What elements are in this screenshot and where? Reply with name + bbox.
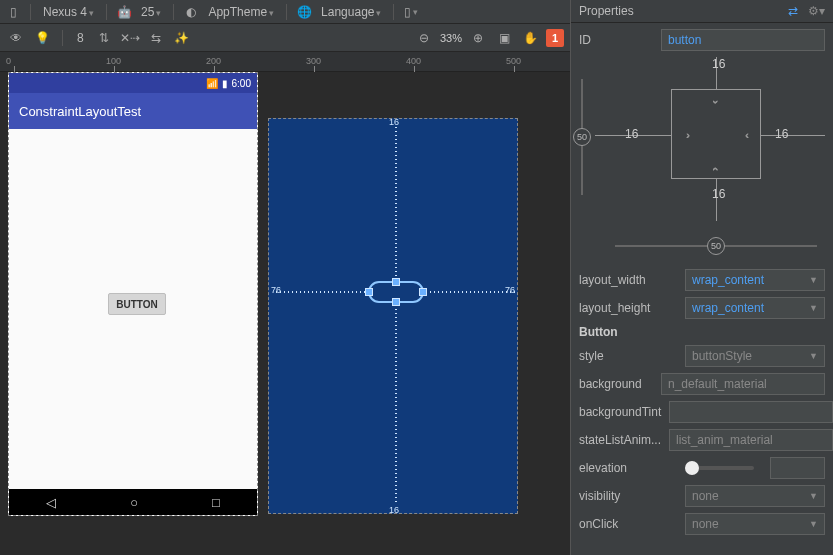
nav-home-icon: ○: [130, 495, 138, 510]
onclick-select[interactable]: none▼: [685, 513, 825, 535]
horizontal-bias-knob[interactable]: 50: [707, 237, 725, 255]
lightbulb-icon[interactable]: 💡: [32, 28, 52, 48]
fit-icon[interactable]: ▣: [494, 28, 514, 48]
clear-icon[interactable]: ✕⇢: [120, 28, 140, 48]
nav-bar: ◁ ○ □: [9, 489, 257, 515]
constraint-line-top: [395, 124, 397, 283]
visibility-select[interactable]: none▼: [685, 485, 825, 507]
wifi-icon: 📶: [206, 78, 218, 89]
id-input[interactable]: [661, 29, 825, 51]
horizontal-ruler: 0 100 200 300 400 500: [0, 52, 570, 72]
constraint-line-bottom: [395, 305, 397, 505]
warning-badge[interactable]: 1: [546, 29, 564, 47]
swap-icon[interactable]: ⇄: [788, 4, 798, 18]
theme-icon: ◐: [182, 3, 200, 21]
chevron-left-icon: ‹‹‹: [745, 130, 746, 141]
backgroundtint-label: backgroundTint: [579, 405, 661, 419]
chevron-right-icon: ›››: [686, 130, 687, 141]
api-select[interactable]: 25: [137, 5, 165, 19]
divider: [286, 4, 287, 20]
margin-right-value[interactable]: 16: [775, 127, 788, 141]
divider: [173, 4, 174, 20]
constraint-line-left: [273, 291, 369, 293]
zoom-out-icon[interactable]: ⊖: [414, 28, 434, 48]
elevation-slider[interactable]: [685, 466, 754, 470]
margin-left-value[interactable]: 16: [625, 127, 638, 141]
elevation-label: elevation: [579, 461, 677, 475]
id-label: ID: [579, 33, 653, 47]
resize-handle-left[interactable]: [365, 288, 373, 296]
autoconnect-icon[interactable]: ⇅: [94, 28, 114, 48]
chevron-up-icon: ‹‹‹: [710, 167, 721, 168]
design-toolbar: 👁 💡 8 ⇅ ✕⇢ ⇆ ✨ ⊖ 33% ⊕ ▣ ✋ 1: [0, 24, 570, 52]
device-preview[interactable]: 📶 ▮ 6:00 ConstraintLayoutTest BUTTON ◁ ○…: [8, 72, 258, 516]
vertical-bias-knob[interactable]: 50: [573, 128, 591, 146]
rendered-button[interactable]: BUTTON: [108, 293, 166, 315]
globe-icon: 🌐: [295, 3, 313, 21]
resize-handle-bottom[interactable]: [392, 298, 400, 306]
nav-recent-icon: □: [212, 495, 220, 510]
vertical-bias-slider[interactable]: 50: [581, 79, 583, 195]
zoom-in-icon[interactable]: ⊕: [468, 28, 488, 48]
style-select[interactable]: buttonStyle▼: [685, 345, 825, 367]
chevron-down-icon: ›››: [710, 100, 721, 101]
zoom-percent[interactable]: 33%: [440, 32, 462, 44]
style-label: style: [579, 349, 677, 363]
blueprint-button[interactable]: [368, 281, 424, 303]
default-margin[interactable]: 8: [73, 31, 88, 45]
section-button: Button: [579, 325, 825, 339]
divider: [106, 4, 107, 20]
elevation-thumb[interactable]: [685, 461, 699, 475]
theme-select[interactable]: AppTheme: [204, 5, 278, 19]
nav-back-icon: ◁: [46, 495, 56, 510]
bp-margin-top: 16: [389, 117, 399, 127]
app-bar: ConstraintLayoutTest: [9, 93, 257, 129]
divider: [393, 4, 394, 20]
horizontal-bias-slider[interactable]: 50 ↖: [615, 245, 817, 247]
backgroundtint-input[interactable]: [669, 401, 833, 423]
statelistanim-label: stateListAnim...: [579, 433, 661, 447]
constraint-line-right: [427, 291, 515, 293]
bp-margin-bottom: 16: [389, 505, 399, 515]
android-icon: 🤖: [115, 3, 133, 21]
visibility-label: visibility: [579, 489, 677, 503]
elevation-input[interactable]: [770, 457, 825, 479]
resize-handle-right[interactable]: [419, 288, 427, 296]
magic-icon[interactable]: ✨: [172, 28, 192, 48]
app-title: ConstraintLayoutTest: [19, 104, 141, 119]
constraint-box[interactable]: ››› ‹‹‹ ››› ‹‹‹: [671, 89, 761, 179]
margin-top-value[interactable]: 16: [712, 57, 725, 71]
onclick-label: onClick: [579, 517, 677, 531]
battery-icon: ▮: [222, 78, 228, 89]
statelistanim-input[interactable]: [669, 429, 833, 451]
device-toolbar: ▯ Nexus 4 🤖 25 ◐ AppTheme 🌐 Language ▯: [0, 0, 570, 24]
layout-width-label: layout_width: [579, 273, 677, 287]
variant-select[interactable]: ▯: [402, 3, 420, 21]
constraint-widget[interactable]: 50 ››› ‹‹‹ ››› ‹‹‹ 16 16 16 16 50: [579, 57, 825, 257]
design-canvas[interactable]: 📶 ▮ 6:00 ConstraintLayoutTest BUTTON ◁ ○…: [0, 72, 570, 555]
eye-icon[interactable]: 👁: [6, 28, 26, 48]
resize-handle-top[interactable]: [392, 278, 400, 286]
background-label: background: [579, 377, 653, 391]
bp-margin-left: 76: [271, 285, 281, 295]
layout-height-label: layout_height: [579, 301, 677, 315]
clock-text: 6:00: [232, 78, 251, 89]
pan-icon[interactable]: ✋: [520, 28, 540, 48]
bp-margin-right: 76: [505, 285, 515, 295]
background-input[interactable]: [661, 373, 825, 395]
layout-width-select[interactable]: wrap_content▼: [685, 269, 825, 291]
infer-icon[interactable]: ⇆: [146, 28, 166, 48]
layout-height-select[interactable]: wrap_content▼: [685, 297, 825, 319]
divider: [30, 4, 31, 20]
language-select[interactable]: Language: [317, 5, 385, 19]
blueprint-view[interactable]: 16 16 76 76: [268, 118, 518, 514]
status-bar: 📶 ▮ 6:00: [9, 73, 257, 93]
properties-title: Properties: [579, 4, 634, 18]
device-select[interactable]: Nexus 4: [39, 5, 98, 19]
phone-icon[interactable]: ▯: [4, 3, 22, 21]
margin-bottom-value[interactable]: 16: [712, 187, 725, 201]
gear-icon[interactable]: ⚙▾: [808, 4, 825, 18]
device-content[interactable]: BUTTON: [9, 129, 257, 489]
properties-panel: Properties ⇄ ⚙▾ ID 50 ›››: [570, 0, 833, 555]
divider: [62, 30, 63, 46]
